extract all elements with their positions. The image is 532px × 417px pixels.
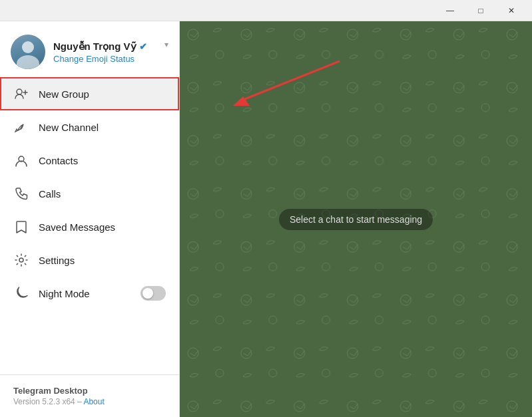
- profile-name-text: Nguyễn Trọng Vỹ: [53, 41, 136, 53]
- version-text: Version 5.2.3 x64: [13, 397, 75, 406]
- saved-messages-icon: [13, 219, 29, 235]
- menu-item-new-group[interactable]: New Group: [0, 77, 179, 110]
- profile-info: Nguyễn Trọng Vỹ ✔ Change Emoji Status: [53, 41, 168, 64]
- contacts-label: Contacts: [39, 155, 166, 166]
- avatar: [11, 35, 45, 69]
- profile-section[interactable]: Nguyễn Trọng Vỹ ✔ Change Emoji Status ▾: [0, 21, 179, 77]
- night-mode-toggle[interactable]: [140, 286, 166, 301]
- menu-item-contacts[interactable]: Contacts: [0, 144, 179, 177]
- about-link[interactable]: About: [83, 397, 104, 406]
- calls-label: Calls: [39, 188, 166, 200]
- settings-icon: [13, 252, 29, 268]
- change-emoji-status[interactable]: Change Emoji Status: [53, 54, 168, 64]
- saved-messages-label: Saved Messages: [39, 221, 166, 233]
- app-name: Telegram Desktop: [13, 386, 166, 396]
- new-channel-icon: [13, 119, 29, 135]
- close-button[interactable]: ✕: [496, 0, 527, 21]
- sidebar-footer: Telegram Desktop Version 5.2.3 x64 – Abo…: [0, 374, 179, 417]
- contacts-icon: [13, 152, 29, 168]
- svg-point-6: [19, 258, 23, 262]
- minimize-button[interactable]: —: [435, 0, 465, 21]
- svg-point-2: [17, 89, 22, 94]
- new-group-label: New Group: [39, 88, 166, 100]
- menu-list: New Group New Channel: [0, 77, 179, 374]
- new-channel-label: New Channel: [39, 122, 166, 133]
- new-group-icon: [13, 86, 29, 102]
- menu-item-calls[interactable]: Calls: [0, 177, 179, 210]
- settings-label: Settings: [39, 255, 166, 266]
- verified-badge-icon: ✔: [139, 41, 147, 52]
- maximize-button[interactable]: □: [465, 0, 496, 21]
- chat-placeholder: Select a chat to start messaging: [279, 209, 433, 230]
- night-mode-icon: [13, 285, 29, 301]
- version-info: Version 5.2.3 x64 – About: [13, 397, 166, 406]
- chevron-down-icon[interactable]: ▾: [164, 40, 168, 49]
- menu-item-night-mode[interactable]: Night Mode: [0, 277, 179, 310]
- profile-name: Nguyễn Trọng Vỹ ✔: [53, 41, 168, 53]
- titlebar: — □ ✕: [0, 0, 532, 21]
- menu-item-new-channel[interactable]: New Channel: [0, 110, 179, 144]
- app-container: Nguyễn Trọng Vỹ ✔ Change Emoji Status ▾: [0, 21, 532, 417]
- night-mode-label: Night Mode: [39, 288, 131, 299]
- window-controls: — □ ✕: [435, 0, 527, 21]
- toggle-knob: [142, 288, 153, 299]
- sidebar: Nguyễn Trọng Vỹ ✔ Change Emoji Status ▾: [0, 21, 180, 417]
- chat-area: Select a chat to start messaging: [180, 21, 532, 417]
- menu-item-saved-messages[interactable]: Saved Messages: [0, 210, 179, 243]
- menu-item-settings[interactable]: Settings: [0, 243, 179, 277]
- calls-icon: [13, 186, 29, 202]
